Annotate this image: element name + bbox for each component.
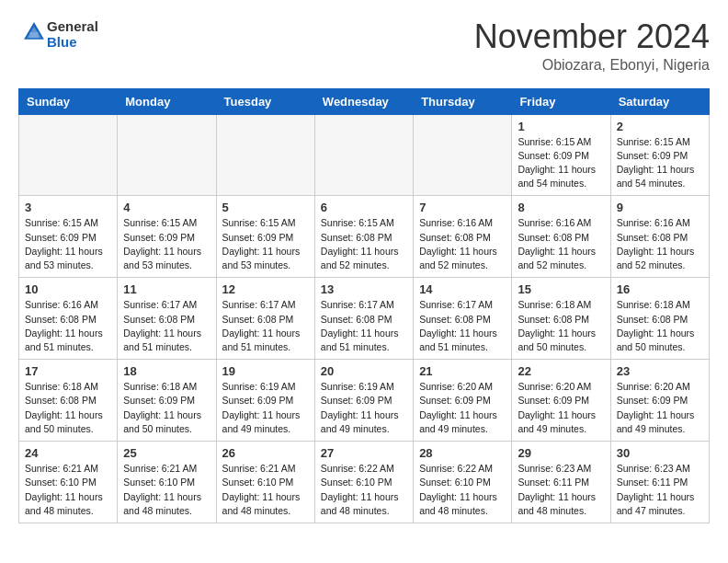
day-info: Sunrise: 6:18 AMSunset: 6:08 PMDaylight:… bbox=[25, 380, 111, 436]
day-info: Sunrise: 6:20 AMSunset: 6:09 PMDaylight:… bbox=[518, 380, 604, 436]
day-info: Sunrise: 6:21 AMSunset: 6:10 PMDaylight:… bbox=[25, 462, 111, 518]
day-number: 9 bbox=[617, 201, 703, 214]
calendar-cell: 23Sunrise: 6:20 AMSunset: 6:09 PMDayligh… bbox=[610, 360, 709, 442]
calendar-cell: 18Sunrise: 6:18 AMSunset: 6:09 PMDayligh… bbox=[118, 360, 216, 442]
day-number: 2 bbox=[617, 120, 703, 133]
calendar-cell: 4Sunrise: 6:15 AMSunset: 6:09 PMDaylight… bbox=[118, 196, 216, 278]
calendar-cell: 13Sunrise: 6:17 AMSunset: 6:08 PMDayligh… bbox=[314, 278, 413, 360]
calendar-cell: 11Sunrise: 6:17 AMSunset: 6:08 PMDayligh… bbox=[118, 278, 216, 360]
day-info: Sunrise: 6:15 AMSunset: 6:09 PMDaylight:… bbox=[123, 216, 210, 272]
calendar-cell: 15Sunrise: 6:18 AMSunset: 6:08 PMDayligh… bbox=[512, 278, 610, 360]
day-info: Sunrise: 6:22 AMSunset: 6:10 PMDaylight:… bbox=[321, 462, 407, 518]
calendar-week-4: 24Sunrise: 6:21 AMSunset: 6:10 PMDayligh… bbox=[19, 442, 710, 523]
calendar-cell: 16Sunrise: 6:18 AMSunset: 6:08 PMDayligh… bbox=[610, 278, 709, 360]
calendar-header: SundayMondayTuesdayWednesdayThursdayFrid… bbox=[19, 88, 710, 114]
day-info: Sunrise: 6:19 AMSunset: 6:09 PMDaylight:… bbox=[222, 380, 309, 436]
calendar-cell bbox=[414, 114, 512, 196]
calendar-cell: 20Sunrise: 6:19 AMSunset: 6:09 PMDayligh… bbox=[314, 360, 413, 442]
day-info: Sunrise: 6:22 AMSunset: 6:10 PMDaylight:… bbox=[419, 462, 506, 518]
day-number: 15 bbox=[518, 282, 604, 296]
calendar-cell: 8Sunrise: 6:16 AMSunset: 6:08 PMDaylight… bbox=[512, 196, 610, 278]
calendar-cell: 3Sunrise: 6:15 AMSunset: 6:09 PMDaylight… bbox=[19, 196, 118, 278]
calendar-week-3: 17Sunrise: 6:18 AMSunset: 6:08 PMDayligh… bbox=[19, 360, 710, 442]
day-number: 3 bbox=[25, 201, 111, 214]
day-number: 18 bbox=[123, 364, 210, 378]
day-number: 10 bbox=[25, 282, 111, 296]
day-number: 13 bbox=[321, 282, 407, 296]
day-number: 22 bbox=[518, 364, 604, 378]
day-number: 16 bbox=[617, 282, 703, 296]
day-info: Sunrise: 6:15 AMSunset: 6:08 PMDaylight:… bbox=[321, 216, 407, 272]
logo: General Blue bbox=[18, 18, 98, 51]
calendar-cell: 27Sunrise: 6:22 AMSunset: 6:10 PMDayligh… bbox=[314, 442, 413, 523]
weekday-header-monday: Monday bbox=[118, 88, 216, 114]
calendar-cell: 24Sunrise: 6:21 AMSunset: 6:10 PMDayligh… bbox=[19, 442, 118, 523]
day-info: Sunrise: 6:21 AMSunset: 6:10 PMDaylight:… bbox=[123, 462, 210, 518]
logo-blue: Blue bbox=[47, 34, 77, 50]
day-number: 11 bbox=[123, 282, 210, 296]
calendar-cell: 30Sunrise: 6:23 AMSunset: 6:11 PMDayligh… bbox=[610, 442, 709, 523]
day-number: 6 bbox=[321, 201, 407, 214]
weekday-header-wednesday: Wednesday bbox=[314, 88, 413, 114]
calendar-cell: 1Sunrise: 6:15 AMSunset: 6:09 PMDaylight… bbox=[512, 114, 610, 196]
day-info: Sunrise: 6:17 AMSunset: 6:08 PMDaylight:… bbox=[321, 298, 407, 354]
day-number: 17 bbox=[25, 364, 111, 378]
day-info: Sunrise: 6:17 AMSunset: 6:08 PMDaylight:… bbox=[222, 298, 309, 354]
day-info: Sunrise: 6:16 AMSunset: 6:08 PMDaylight:… bbox=[25, 298, 111, 354]
day-number: 30 bbox=[617, 446, 703, 460]
day-info: Sunrise: 6:17 AMSunset: 6:08 PMDaylight:… bbox=[123, 298, 210, 354]
calendar-week-2: 10Sunrise: 6:16 AMSunset: 6:08 PMDayligh… bbox=[19, 278, 710, 360]
calendar-cell: 21Sunrise: 6:20 AMSunset: 6:09 PMDayligh… bbox=[414, 360, 512, 442]
day-number: 20 bbox=[321, 364, 407, 378]
day-number: 1 bbox=[518, 120, 604, 133]
calendar-cell: 28Sunrise: 6:22 AMSunset: 6:10 PMDayligh… bbox=[414, 442, 512, 523]
weekday-header-tuesday: Tuesday bbox=[216, 88, 314, 114]
day-number: 25 bbox=[123, 446, 210, 460]
page-title: November 2024 bbox=[474, 18, 710, 55]
weekday-header-saturday: Saturday bbox=[610, 88, 709, 114]
calendar-cell: 2Sunrise: 6:15 AMSunset: 6:09 PMDaylight… bbox=[610, 114, 709, 196]
day-number: 27 bbox=[321, 446, 407, 460]
day-info: Sunrise: 6:20 AMSunset: 6:09 PMDaylight:… bbox=[419, 380, 506, 436]
calendar-cell: 26Sunrise: 6:21 AMSunset: 6:10 PMDayligh… bbox=[216, 442, 314, 523]
page-subtitle: Obiozara, Ebonyi, Nigeria bbox=[474, 57, 710, 74]
day-number: 28 bbox=[419, 446, 506, 460]
day-number: 24 bbox=[25, 446, 111, 460]
page: General Blue November 2024 Obiozara, Ebo… bbox=[0, 0, 728, 533]
day-info: Sunrise: 6:15 AMSunset: 6:09 PMDaylight:… bbox=[518, 135, 604, 191]
day-number: 8 bbox=[518, 201, 604, 214]
day-info: Sunrise: 6:23 AMSunset: 6:11 PMDaylight:… bbox=[617, 462, 703, 518]
calendar-week-0: 1Sunrise: 6:15 AMSunset: 6:09 PMDaylight… bbox=[19, 114, 710, 196]
day-info: Sunrise: 6:15 AMSunset: 6:09 PMDaylight:… bbox=[222, 216, 309, 272]
calendar-cell bbox=[314, 114, 413, 196]
calendar-cell: 9Sunrise: 6:16 AMSunset: 6:08 PMDaylight… bbox=[610, 196, 709, 278]
day-info: Sunrise: 6:17 AMSunset: 6:08 PMDaylight:… bbox=[419, 298, 506, 354]
day-number: 14 bbox=[419, 282, 506, 296]
weekday-header-sunday: Sunday bbox=[19, 88, 118, 114]
calendar-cell bbox=[216, 114, 314, 196]
day-info: Sunrise: 6:23 AMSunset: 6:11 PMDaylight:… bbox=[518, 462, 604, 518]
day-info: Sunrise: 6:18 AMSunset: 6:08 PMDaylight:… bbox=[518, 298, 604, 354]
day-number: 29 bbox=[518, 446, 604, 460]
calendar-cell: 6Sunrise: 6:15 AMSunset: 6:08 PMDaylight… bbox=[314, 196, 413, 278]
title-block: November 2024 Obiozara, Ebonyi, Nigeria bbox=[474, 18, 710, 74]
day-number: 26 bbox=[222, 446, 309, 460]
calendar-cell: 29Sunrise: 6:23 AMSunset: 6:11 PMDayligh… bbox=[512, 442, 610, 523]
day-info: Sunrise: 6:16 AMSunset: 6:08 PMDaylight:… bbox=[617, 216, 703, 272]
weekday-header-thursday: Thursday bbox=[414, 88, 512, 114]
day-number: 4 bbox=[123, 201, 210, 214]
calendar-week-1: 3Sunrise: 6:15 AMSunset: 6:09 PMDaylight… bbox=[19, 196, 710, 278]
calendar-cell: 17Sunrise: 6:18 AMSunset: 6:08 PMDayligh… bbox=[19, 360, 118, 442]
day-info: Sunrise: 6:15 AMSunset: 6:09 PMDaylight:… bbox=[617, 135, 703, 191]
day-info: Sunrise: 6:18 AMSunset: 6:09 PMDaylight:… bbox=[123, 380, 210, 436]
svg-rect-2 bbox=[29, 32, 38, 38]
day-number: 12 bbox=[222, 282, 309, 296]
calendar-cell: 5Sunrise: 6:15 AMSunset: 6:09 PMDaylight… bbox=[216, 196, 314, 278]
day-number: 23 bbox=[617, 364, 703, 378]
calendar-cell: 19Sunrise: 6:19 AMSunset: 6:09 PMDayligh… bbox=[216, 360, 314, 442]
calendar-cell: 12Sunrise: 6:17 AMSunset: 6:08 PMDayligh… bbox=[216, 278, 314, 360]
day-number: 21 bbox=[419, 364, 506, 378]
day-info: Sunrise: 6:20 AMSunset: 6:09 PMDaylight:… bbox=[617, 380, 703, 436]
logo-icon bbox=[21, 19, 47, 45]
day-info: Sunrise: 6:15 AMSunset: 6:09 PMDaylight:… bbox=[25, 216, 111, 272]
